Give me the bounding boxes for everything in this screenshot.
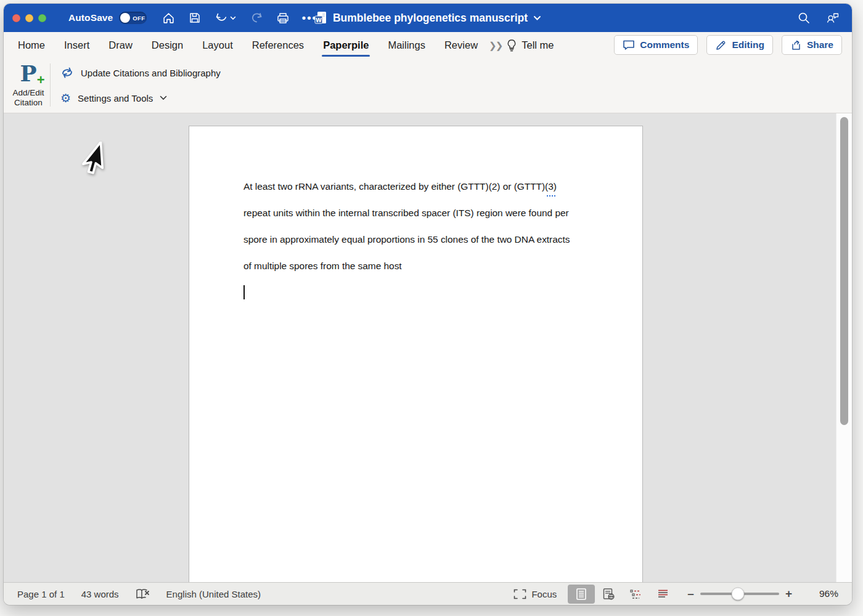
print-icon[interactable] — [276, 11, 290, 25]
title-chevron-down-icon — [533, 15, 541, 21]
settings-tools-label: Settings and Tools — [78, 93, 153, 103]
editing-label: Editing — [732, 39, 764, 51]
toggle-knob-icon — [120, 13, 130, 23]
scrollbar-thumb[interactable] — [840, 117, 848, 425]
ribbon-tabs-row: Home Insert Draw Design Layout Reference… — [4, 32, 852, 59]
share-button[interactable]: Share — [782, 35, 842, 55]
text-caret — [243, 285, 245, 299]
focus-label: Focus — [531, 589, 557, 599]
document-text: At least two rRNA variants, characterize… — [243, 178, 618, 284]
add-edit-citation-button[interactable]: P+ Add/Edit Citation — [7, 61, 49, 108]
share-icon — [790, 39, 802, 51]
comment-bubble-icon — [623, 39, 635, 51]
zoom-out-button[interactable]: – — [684, 587, 698, 601]
settings-tools-button[interactable]: ⚙ Settings and Tools — [60, 90, 167, 106]
title-bar: AutoSave OFF — [4, 4, 852, 32]
gear-icon: ⚙ — [60, 92, 71, 104]
autosave-label: AutoSave — [68, 12, 113, 23]
citation-anchor-mark — [547, 194, 555, 197]
autosave-toggle[interactable]: OFF — [119, 12, 147, 24]
document-title-group[interactable]: W Bumblebee phylogenetics manuscript — [314, 4, 541, 32]
tab-draw[interactable]: Draw — [101, 32, 140, 59]
tab-review[interactable]: Review — [437, 32, 485, 59]
tab-insert[interactable]: Insert — [57, 32, 97, 59]
draft-view-icon — [656, 589, 669, 599]
contacts-share-icon[interactable] — [826, 11, 840, 25]
view-print-layout-button[interactable] — [568, 585, 595, 604]
redo-icon[interactable] — [250, 11, 263, 25]
view-outline-button[interactable] — [622, 585, 649, 604]
update-citations-label: Update Citations and Bibliography — [81, 68, 221, 78]
comments-label: Comments — [640, 39, 689, 51]
language-status[interactable]: English (United States) — [166, 589, 261, 599]
tab-layout[interactable]: Layout — [195, 32, 240, 59]
document-line: spore in approximately equal proportions… — [243, 231, 618, 257]
search-icon[interactable] — [797, 11, 811, 25]
editing-button[interactable]: Editing — [706, 35, 773, 55]
tell-me-label: Tell me — [521, 39, 554, 51]
page-info[interactable]: Page 1 of 1 — [17, 589, 65, 599]
tab-overflow-icon[interactable]: ❯❯ — [489, 40, 502, 51]
mouse-cursor — [78, 142, 110, 180]
add-edit-citation-label: Add/Edit Citation — [7, 88, 49, 108]
word-doc-icon: W — [314, 11, 327, 25]
web-layout-icon — [602, 588, 615, 601]
svg-text:W: W — [316, 17, 322, 23]
share-label: Share — [807, 39, 833, 51]
undo-icon[interactable] — [215, 11, 228, 25]
zoom-level[interactable]: 96% — [804, 588, 838, 599]
zoom-window-button[interactable] — [38, 14, 46, 22]
lightbulb-icon — [507, 39, 517, 52]
undo-dropdown-chevron-icon[interactable] — [229, 11, 237, 25]
autosave-state: OFF — [133, 15, 145, 22]
paperpile-ribbon: P+ Add/Edit Citation Update Citations an… — [4, 59, 852, 113]
save-icon[interactable] — [188, 11, 202, 25]
tab-references[interactable]: References — [245, 32, 311, 59]
word-window: AutoSave OFF — [4, 4, 852, 605]
outline-view-icon — [629, 588, 642, 600]
document-line: At least two rRNA variants, characterize… — [243, 178, 618, 205]
settings-chevron-down-icon — [160, 95, 167, 100]
zoom-slider[interactable] — [700, 593, 779, 595]
tab-design[interactable]: Design — [144, 32, 190, 59]
focus-frame-icon — [513, 589, 526, 599]
print-layout-icon — [575, 588, 587, 601]
word-count[interactable]: 43 words — [81, 589, 119, 599]
close-button[interactable] — [12, 14, 20, 22]
minimize-button[interactable] — [25, 14, 33, 22]
vertical-scrollbar[interactable] — [836, 113, 852, 582]
zoom-in-button[interactable]: + — [782, 587, 796, 601]
document-canvas: At least two rRNA variants, characterize… — [4, 113, 852, 582]
document-page[interactable]: At least two rRNA variants, characterize… — [189, 126, 643, 582]
view-web-layout-button[interactable] — [595, 585, 622, 604]
traffic-lights — [12, 14, 46, 22]
paperpile-logo-icon: P+ — [20, 61, 36, 87]
tab-home[interactable]: Home — [10, 32, 52, 59]
proofing-status-icon[interactable] — [136, 588, 150, 600]
document-title: Bumblebee phylogenetics manuscript — [333, 12, 528, 25]
document-line: repeat units within the internal transcr… — [243, 205, 618, 231]
view-draft-button[interactable] — [649, 585, 676, 604]
tab-paperpile[interactable]: Paperpile — [316, 32, 376, 59]
zoom-slider-thumb[interactable] — [732, 588, 745, 601]
focus-button[interactable]: Focus — [513, 589, 557, 599]
tell-me[interactable]: Tell me — [507, 39, 554, 52]
refresh-icon — [60, 67, 74, 79]
ribbon-divider — [50, 63, 51, 107]
document-line: of multiple spores from the same host — [243, 257, 618, 284]
comments-button[interactable]: Comments — [614, 35, 698, 55]
status-bar: Page 1 of 1 43 words English (United Sta… — [4, 582, 852, 605]
tab-mailings[interactable]: Mailings — [380, 32, 433, 59]
update-citations-button[interactable]: Update Citations and Bibliography — [60, 65, 221, 81]
home-icon[interactable] — [162, 11, 175, 25]
pencil-icon — [715, 39, 727, 51]
